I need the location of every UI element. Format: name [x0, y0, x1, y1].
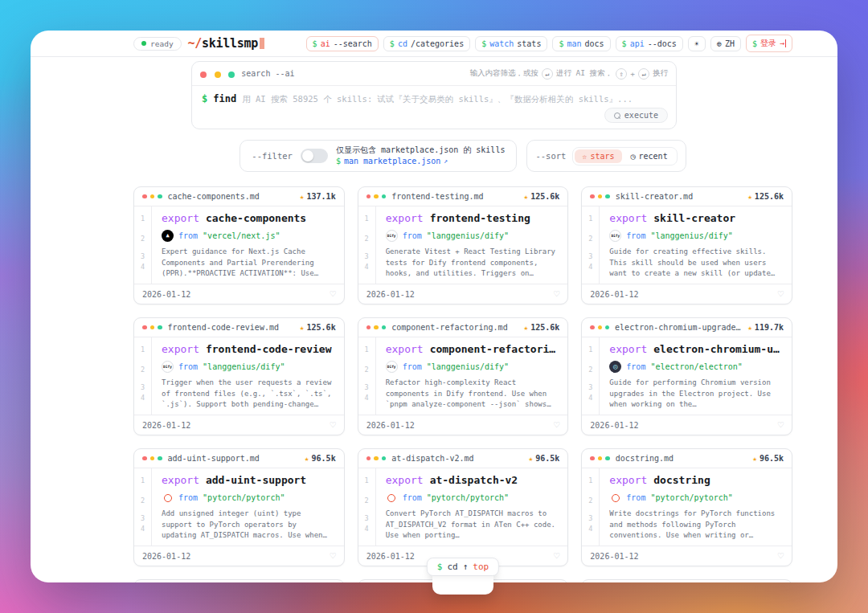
line-number: 1 — [365, 345, 369, 353]
marketplace-manual-link[interactable]: $ man marketplace.json ↗ — [336, 156, 506, 167]
card-header: frontend-testing.md ★ 125.6k — [358, 187, 568, 206]
card-header: writing-dev-server-tests.md ★ 86.2k — [582, 580, 792, 582]
star-count: 137.1k — [307, 192, 336, 201]
hint-text: 输入内容筛选，或按 — [469, 68, 538, 79]
repo-name: "langgenius/dify" — [427, 231, 509, 240]
sort-recent-button[interactable]: ◷ recent — [624, 149, 675, 163]
line-number: 2 — [141, 366, 145, 374]
heart-icon[interactable]: ♡ — [554, 550, 559, 562]
card-header: frontend-code-review.md ★ 125.6k — [134, 318, 344, 337]
line-number: 4 — [141, 394, 145, 402]
card-footer: 2026-01-12 ♡ — [134, 415, 344, 435]
heart-icon[interactable]: ♡ — [330, 288, 335, 300]
card-footer: 2026-01-12 ♡ — [358, 415, 568, 435]
marketplace-filter-toggle[interactable] — [301, 149, 328, 163]
from-keyword: from — [403, 493, 422, 502]
prompt-symbol: $ — [481, 39, 486, 48]
skill-card[interactable]: add-uint-support.md ★ 96.5k 1 2 3 4 expo… — [133, 448, 345, 566]
nav-ai-search-button[interactable]: $ ai --search — [306, 36, 379, 51]
heart-icon[interactable]: ♡ — [330, 419, 335, 431]
skill-card[interactable]: frontend-code-review.md ★ 125.6k 1 2 3 4… — [133, 317, 345, 435]
skill-name: component-refactoring — [430, 343, 560, 355]
skill-card[interactable]: at-dispatch-v2.md ★ 96.5k 1 2 3 4 export… — [358, 448, 569, 566]
heart-icon[interactable]: ♡ — [554, 419, 559, 431]
red-dot-icon — [142, 194, 147, 199]
from-keyword: from — [403, 231, 422, 240]
toggle-knob — [302, 150, 313, 161]
heart-icon[interactable]: ♡ — [778, 419, 784, 431]
export-keyword: export — [386, 474, 424, 486]
nav-docs-button[interactable]: $ man docs — [552, 36, 610, 51]
site-title[interactable]: ~/skillsmp — [188, 36, 264, 51]
line-number: 2 — [365, 235, 369, 243]
ready-dot-icon — [141, 41, 146, 46]
language-label: ZH — [725, 39, 735, 48]
from-line: from "pytorch/pytorch" — [609, 492, 784, 504]
prompt-symbol: $ — [622, 39, 627, 48]
export-line: export add-uint-support — [162, 474, 336, 486]
execute-button[interactable]: execute — [604, 108, 668, 123]
skill-filename: frontend-code-review.md — [168, 323, 279, 332]
star-icon: ★ — [523, 192, 528, 201]
export-keyword: export — [162, 343, 199, 355]
traffic-lights — [200, 66, 235, 81]
skill-filename: docstring.md — [616, 454, 674, 463]
star-count-badge: ★ 137.1k — [300, 192, 336, 201]
card-code: export cache-components from "vercel/nex… — [152, 206, 344, 284]
sort-box: --sort ☆ stars ◷ recent — [526, 140, 686, 172]
nav-cmd: man — [567, 39, 581, 48]
language-button[interactable]: ⊕ ZH — [710, 36, 741, 51]
login-button[interactable]: $ 登录 → — [746, 35, 792, 52]
heart-icon[interactable]: ♡ — [330, 550, 335, 562]
electron-logo — [609, 361, 621, 373]
skill-card[interactable]: docstring.md ★ 96.5k 1 2 3 4 export docs… — [581, 448, 792, 566]
skill-card[interactable]: frontend-testing.md ★ 125.6k 1 2 3 4 exp… — [358, 186, 569, 304]
search-hint: 输入内容筛选，或按 ↵ 进行 AI 搜索， ⇧ + ↵ 换行 — [469, 68, 668, 80]
theme-toggle-button[interactable]: ☀ — [688, 36, 706, 51]
line-number: 1 — [141, 215, 145, 223]
skill-date: 2026-01-12 — [590, 421, 638, 430]
from-keyword: from — [178, 493, 198, 502]
skill-card[interactable]: skill-writer.md ★ 96.5k 1 2 3 4 export — [133, 579, 345, 582]
skill-filename: component-refactoring.md — [391, 323, 508, 332]
line-number: 1 — [365, 476, 369, 484]
from-keyword: from — [626, 362, 645, 371]
repo-name: "pytorch/pytorch" — [650, 493, 732, 502]
search-input[interactable] — [242, 94, 666, 104]
export-line: export cache-components — [162, 212, 336, 224]
skill-card[interactable]: writing-dev-server-tests.md ★ 86.2k 1 2 … — [581, 579, 792, 582]
execute-label: execute — [624, 111, 658, 120]
skill-card[interactable]: cache-components.md ★ 137.1k 1 2 3 4 exp… — [133, 186, 345, 304]
card-body: 1 2 3 4 export frontend-testing from "la… — [358, 206, 568, 284]
star-count: 96.5k — [760, 454, 784, 463]
heart-icon[interactable]: ♡ — [554, 288, 559, 300]
nav-api-docs-button[interactable]: $ api --docs — [616, 36, 683, 51]
line-number: 3 — [588, 252, 592, 260]
skill-card[interactable]: component-refactoring.md ★ 125.6k 1 2 3 … — [358, 317, 569, 435]
nav-categories-button[interactable]: $ cd /categories — [383, 36, 470, 51]
from-line: from "vercel/next.js" — [162, 230, 336, 242]
skill-card[interactable]: electron-chromium-upgrade.md ★ 119.7k 1 … — [581, 317, 792, 435]
line-number: 2 — [365, 497, 369, 505]
green-dot-icon — [382, 456, 387, 461]
heart-icon[interactable]: ♡ — [778, 550, 784, 562]
skill-card[interactable]: skill-creator.md ★ 125.6k 1 2 3 4 export… — [581, 186, 792, 304]
star-icon: ★ — [300, 323, 305, 332]
back-to-top-button[interactable]: $ cd ↑ top — [427, 558, 499, 576]
star-count: 96.5k — [312, 454, 336, 463]
green-dot-icon — [382, 325, 387, 330]
heart-icon[interactable]: ♡ — [778, 288, 784, 300]
star-count-badge: ★ 125.6k — [300, 323, 336, 332]
yellow-dot-icon — [374, 325, 379, 330]
green-dot-icon — [158, 325, 162, 330]
skill-description: Guide for creating effective skills. Thi… — [609, 247, 784, 280]
green-dot-icon — [158, 194, 162, 199]
card-footer: 2026-01-12 ♡ — [582, 415, 792, 435]
star-icon: ★ — [752, 454, 757, 463]
from-line: from "pytorch/pytorch" — [386, 492, 560, 504]
pytorch-logo — [162, 492, 174, 504]
nav-stats-button[interactable]: $ watch stats — [475, 36, 547, 51]
repo-name: "langgenius/dify" — [203, 362, 285, 371]
sort-stars-button[interactable]: ☆ stars — [575, 149, 621, 163]
top-label: top — [473, 562, 489, 572]
